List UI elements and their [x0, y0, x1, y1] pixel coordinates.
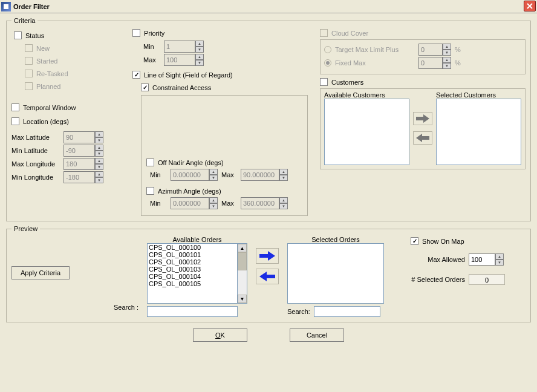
ok-button[interactable]: OK [193, 328, 247, 342]
available-orders-title: Available Orders [147, 236, 247, 243]
spin-up-icon: ▲ [443, 57, 451, 63]
location-checkbox[interactable]: Location (degs) [11, 117, 132, 125]
spin-up-icon[interactable]: ▲ [279, 169, 288, 175]
checkbox-icon [132, 71, 140, 79]
spin-up-icon[interactable]: ▲ [95, 158, 103, 164]
off-nadir-label: Off Nadir Angle (degs) [158, 159, 224, 166]
available-customers-list[interactable] [324, 99, 409, 165]
cancel-button[interactable]: Cancel [290, 328, 344, 342]
priority-min-label: Min [143, 43, 160, 50]
spin-down-icon[interactable]: ▼ [209, 203, 218, 209]
off-nadir-min-label: Min [150, 171, 167, 178]
radio-icon [324, 59, 331, 67]
azimuth-min-label: Min [150, 200, 167, 207]
azimuth-max-field [241, 197, 279, 209]
azimuth-min-input[interactable]: ▲▼ [171, 197, 218, 209]
max-allowed-input[interactable]: ▲▼ [469, 253, 504, 266]
scroll-up-icon[interactable]: ▲ [238, 244, 247, 252]
priority-checkbox[interactable]: Priority [132, 29, 164, 37]
arrow-right-icon [259, 251, 275, 261]
max-latitude-input[interactable]: ▲▼ [63, 131, 103, 143]
selected-customers-list[interactable] [436, 99, 521, 165]
list-item[interactable]: CPS_OL_000103 [148, 266, 237, 273]
remove-order-button[interactable] [256, 269, 279, 284]
min-longitude-label: Min Longitude [11, 174, 60, 181]
selected-orders-list[interactable] [287, 243, 384, 304]
constrained-access-checkbox[interactable]: Constrained Access [141, 83, 211, 91]
list-item[interactable]: CPS_OL_000102 [148, 258, 237, 266]
customers-checkbox[interactable]: Customers [320, 78, 363, 86]
off-nadir-checkbox[interactable]: Off Nadir Angle (degs) [146, 158, 224, 166]
off-nadir-max-input[interactable]: ▲▼ [241, 169, 288, 181]
available-search-input[interactable] [147, 306, 238, 317]
spin-up-icon[interactable]: ▲ [209, 169, 218, 175]
preview-legend: Preview [11, 225, 40, 232]
show-on-map-checkbox[interactable]: Show On Map [411, 237, 519, 245]
arrow-left-icon [416, 134, 429, 142]
spin-down-icon[interactable]: ▼ [279, 203, 288, 209]
list-item[interactable]: CPS_OL_000105 [148, 280, 237, 287]
azimuth-label: Azimuth Angle (degs) [158, 188, 221, 195]
priority-max-field [164, 54, 195, 66]
close-button[interactable] [524, 1, 536, 11]
max-latitude-label: Max Latitude [11, 134, 60, 141]
scrollbar[interactable]: ▲ ▼ [238, 243, 247, 304]
window-title: Order Filter [13, 3, 50, 10]
spin-up-icon[interactable]: ▲ [95, 131, 103, 137]
fixed-max-label: Fixed Max [335, 59, 366, 67]
fixed-max-field [418, 57, 443, 69]
azimuth-checkbox[interactable]: Azimuth Angle (degs) [146, 187, 221, 195]
remove-customer-button[interactable] [413, 131, 432, 145]
spin-down-icon[interactable]: ▼ [95, 177, 103, 183]
scroll-down-icon[interactable]: ▼ [238, 295, 247, 303]
spin-up-icon[interactable]: ▲ [279, 197, 288, 203]
selected-orders-title: Selected Orders [287, 236, 384, 243]
spin-down-icon[interactable]: ▼ [495, 260, 504, 266]
off-nadir-min-input[interactable]: ▲▼ [171, 169, 218, 181]
tmlp-label: Target Max Limit Plus [335, 46, 399, 53]
spin-up-icon[interactable]: ▲ [195, 54, 204, 60]
los-checkbox[interactable]: Line of Sight (Field of Regard) [132, 71, 233, 79]
spin-up-icon[interactable]: ▲ [95, 171, 103, 177]
list-item[interactable]: CPS_OL_000100 [148, 244, 237, 251]
scroll-thumb[interactable] [238, 252, 247, 270]
apply-criteria-button[interactable]: Apply Criteria [11, 266, 70, 279]
spin-up-icon[interactable]: ▲ [495, 253, 504, 260]
spin-down-icon[interactable]: ▼ [279, 175, 288, 181]
checkbox-icon [141, 83, 149, 91]
priority-max-input[interactable]: ▲▼ [164, 54, 204, 66]
spin-down-icon[interactable]: ▼ [209, 175, 218, 181]
azimuth-max-input[interactable]: ▲▼ [241, 197, 288, 209]
selected-search-input[interactable] [314, 306, 380, 317]
available-orders-list[interactable]: CPS_OL_000100CPS_OL_000101CPS_OL_000102C… [147, 243, 238, 304]
spin-down-icon[interactable]: ▼ [95, 151, 103, 157]
spin-up-icon[interactable]: ▲ [195, 41, 204, 47]
status-checkbox[interactable]: Status [14, 31, 44, 39]
temporal-window-checkbox[interactable]: Temporal Window [11, 103, 132, 111]
temporal-window-label: Temporal Window [23, 104, 76, 111]
priority-min-input[interactable]: ▲▼ [164, 41, 204, 53]
scroll-track[interactable] [238, 270, 247, 295]
spin-down-icon[interactable]: ▼ [95, 137, 103, 143]
checkbox-icon [11, 117, 19, 125]
min-longitude-input[interactable]: ▲▼ [63, 171, 103, 183]
svg-marker-4 [259, 251, 275, 261]
max-allowed-field[interactable] [469, 253, 495, 266]
min-latitude-input[interactable]: ▲▼ [63, 145, 103, 157]
add-customer-button[interactable] [413, 112, 432, 125]
add-order-button[interactable] [256, 248, 279, 264]
selected-count-label: # Selected Orders [399, 276, 465, 283]
spin-up-icon[interactable]: ▲ [95, 145, 103, 151]
list-item[interactable]: CPS_OL_000104 [148, 273, 237, 280]
spin-down-icon[interactable]: ▼ [195, 47, 204, 53]
titlebar: Order Filter [0, 0, 537, 13]
max-longitude-input[interactable]: ▲▼ [63, 158, 103, 170]
spin-up-icon[interactable]: ▲ [209, 197, 218, 203]
spin-down-icon[interactable]: ▼ [95, 164, 103, 170]
min-latitude-field [63, 145, 95, 157]
list-item[interactable]: CPS_OL_000101 [148, 251, 237, 258]
spin-down-icon[interactable]: ▼ [195, 60, 204, 66]
off-nadir-max-label: Max [221, 171, 237, 178]
arrow-right-icon [416, 114, 429, 123]
tmlp-input: ▲▼ [418, 44, 451, 56]
